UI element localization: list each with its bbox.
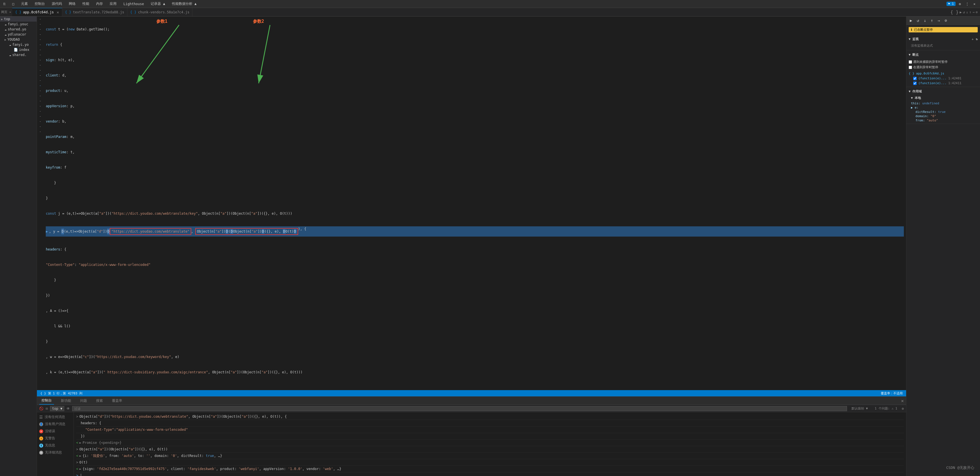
param1-highlight: "https://dict.youdao.com/webtranslate" <box>110 228 191 235</box>
cloud-icon2: ☁ <box>5 27 6 31</box>
expand-icon2[interactable]: > <box>76 447 78 452</box>
close-console-icon[interactable]: ✕ <box>901 398 904 403</box>
code-content[interactable]: ----- ----- --- - ---- ----- const t = (… <box>37 16 906 390</box>
prompt-arrow: > <box>76 473 78 476</box>
sidebar-all-messages[interactable]: ☰ 没有任何消息 <box>37 414 73 420</box>
toolbar-lighthouse[interactable]: Lighthouse <box>122 2 145 6</box>
debug-resume-btn[interactable]: ▶ <box>908 18 913 23</box>
console-context[interactable]: top ▼ <box>50 406 64 411</box>
console-tab-new[interactable]: 新功能 <box>59 397 73 404</box>
console-filter-input[interactable] <box>72 406 847 411</box>
toolbar-icon2: □ <box>11 2 15 6</box>
debug-step-icon[interactable]: ↺ <box>963 10 965 14</box>
toolbar-application[interactable]: 应用 <box>108 1 118 7</box>
debug-step-out-btn[interactable]: ↑ <box>929 18 934 23</box>
tree-item-ydluna[interactable]: ☁ ydlunacor <box>0 32 37 37</box>
debug-step-into-btn[interactable]: ↓ <box>923 18 927 23</box>
sidebar-verbose[interactable]: ⚙ 无详细消息 <box>37 449 73 456</box>
tree-item-youdao[interactable]: ▶ YOUDAO <box>0 37 37 42</box>
paused-badge: ℹ 已在断点暂停 <box>908 27 978 32</box>
tree-item-index[interactable]: 📄 index <box>0 47 37 53</box>
scope-domain: domain: "0" <box>908 114 978 118</box>
console-tab-search[interactable]: 搜索 <box>94 397 105 404</box>
tab-text-translate[interactable]: { } textTranslate.729eda88.js <box>62 8 127 16</box>
watch-refresh-btn[interactable]: ↻ <box>976 37 978 41</box>
editor-area: ----- ----- --- - ---- ----- const t = (… <box>37 16 906 396</box>
coverage-status: 覆盖率：不适用 <box>881 391 903 396</box>
console-clear-icon[interactable]: 🚫 <box>39 407 43 411</box>
user-icon: 👤 <box>39 422 43 426</box>
sidebar-user-messages[interactable]: 👤 没有用户消息 <box>37 420 73 428</box>
default-level-dropdown[interactable]: 默认级别 ▼ <box>849 406 870 411</box>
local-header[interactable]: ▼ 本地 <box>908 95 978 101</box>
debug-step-into-icon[interactable]: ↓ <box>966 10 968 14</box>
vertical-dots-icon[interactable]: ⋮ <box>964 2 970 6</box>
console-settings-icon[interactable]: ⚙ <box>902 407 904 411</box>
sidebar-errors[interactable]: ✕ 没错误 <box>37 428 73 435</box>
console-output[interactable]: > Object(a["d"])("https://dict.youdao.co… <box>74 412 906 476</box>
breakpoints-header[interactable]: ▼ 断点 <box>908 51 978 58</box>
code-lines: const t = (new Date).getTime(); return {… <box>43 16 906 390</box>
code-line: } <box>46 180 904 185</box>
code-line: keyfrom: f <box>46 165 904 170</box>
tree-item-shared[interactable]: ☁ shared.yo <box>0 27 37 32</box>
caught-exception-checkbox[interactable] <box>908 66 912 69</box>
debugger-toolbar: ▶ ↺ ↓ ↑ → ⊘ <box>907 16 980 25</box>
expand-icon[interactable]: > <box>76 414 78 419</box>
toolbar-memory[interactable]: 内存 <box>95 1 104 7</box>
tab-app-js[interactable]: { } app.0c6fc64d.js ✕ <box>12 8 62 16</box>
scope-header[interactable]: ▼ 作用域 <box>908 88 978 95</box>
debug-resume-icon[interactable]: ▶ <box>960 10 962 14</box>
settings-icon[interactable]: ⚙ <box>958 2 962 6</box>
console-tab-bar: 控制台 新功能 问题 搜索 覆盖率 ✕ <box>37 397 906 405</box>
watch-add-btn[interactable]: + <box>972 37 974 41</box>
code-line: headers: { <box>46 247 904 252</box>
console-eye-icon[interactable]: 👁 <box>67 407 70 411</box>
expand-result[interactable]: ► <box>79 453 81 458</box>
toolbar-elements[interactable]: 元素 <box>20 1 29 7</box>
close-tab1[interactable]: ✕ <box>57 10 59 14</box>
expand-ot[interactable]: > <box>76 460 78 465</box>
debug-step-over-icon[interactable]: → <box>973 10 975 14</box>
expand-promise[interactable]: ► <box>79 440 81 445</box>
tab-chunk-vendors[interactable]: { } chunk-vendors.58a1e7c4.js <box>127 8 192 16</box>
bp2-checkbox[interactable] <box>913 81 916 85</box>
bp1-checkbox[interactable] <box>913 77 916 80</box>
issue-count-badge: 1 个问题: ⚠ 1 <box>872 406 899 411</box>
console-sidebar: ☰ 没有任何消息 👤 没有用户消息 ✕ 没错误 ⚠ 无警告 <box>37 412 74 476</box>
tree-item-fanyi2[interactable]: ☁ fanyi.yo <box>0 42 37 47</box>
debug-step-btn[interactable]: → <box>937 18 941 23</box>
uncaught-exception-checkbox[interactable] <box>908 60 912 64</box>
toolbar-sources[interactable]: 源代码 <box>51 1 63 7</box>
console-toggle-icon[interactable]: ⊡ <box>46 407 48 411</box>
close-devtools-icon[interactable]: ✕ <box>972 2 977 6</box>
toolbar-console[interactable]: 控制台 <box>33 1 46 7</box>
toolbar-performance[interactable]: 性能 <box>81 1 91 7</box>
toolbar-recorder[interactable]: 记录器 ▲ <box>150 1 166 7</box>
tab-nav-pages[interactable]: 网页 » <box>0 10 12 14</box>
format-icon[interactable]: { } <box>950 10 959 15</box>
debug-step-over-btn[interactable]: ↺ <box>915 18 920 23</box>
tree-item-fanyi[interactable]: ☁ fanyi.youc <box>0 22 37 27</box>
error-icon: ✕ <box>39 429 43 433</box>
console-tab-coverage[interactable]: 覆盖率 <box>110 397 124 404</box>
console-tab-issues[interactable]: 问题 <box>78 397 89 404</box>
debug-deactivate-btn[interactable]: ⊘ <box>943 18 948 23</box>
console-tab-console[interactable]: 控制台 <box>39 397 54 404</box>
console-prompt[interactable]: > | <box>76 472 904 476</box>
debug-step-out-icon[interactable]: ↑ <box>969 10 971 14</box>
console-line-indent2: "Content-Type": "application/x-www-form-… <box>76 427 904 433</box>
sidebar-warnings[interactable]: ⚠ 无警告 <box>37 435 73 442</box>
sidebar-info[interactable]: ℹ 无信息 <box>37 442 73 449</box>
toolbar-network[interactable]: 网络 <box>68 1 77 7</box>
toolbar-perf-data[interactable]: 性能数据分析 ▲ <box>171 1 197 7</box>
debug-deactivate-icon[interactable]: ⊘ <box>976 10 978 14</box>
prompt-cursor[interactable]: | <box>80 473 82 476</box>
tree-item-shared2[interactable]: ☁ shared. <box>0 53 37 57</box>
scope-this: this: undefined <box>908 101 978 105</box>
watch-header[interactable]: ▼ 监视 + ↻ <box>908 36 978 42</box>
scope-e[interactable]: ▶ e: <box>908 105 978 110</box>
cloud-icon: ☁ <box>5 22 6 26</box>
tree-item-top[interactable]: ▶ top <box>0 16 37 22</box>
expand-sign[interactable]: ► <box>79 466 81 471</box>
